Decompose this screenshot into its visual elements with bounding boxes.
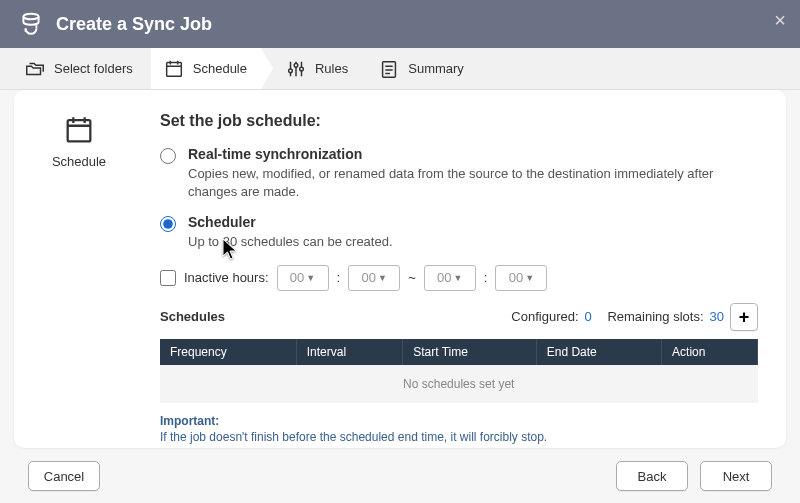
configured-value: 0 <box>585 309 592 324</box>
radio-realtime[interactable] <box>160 148 176 164</box>
next-button[interactable]: Next <box>700 461 772 491</box>
step-label: Summary <box>408 61 464 76</box>
colon: : <box>484 270 488 285</box>
sync-icon <box>18 10 44 39</box>
chevron-down-icon: ▼ <box>454 273 463 283</box>
empty-message: No schedules set yet <box>160 365 758 403</box>
step-select-folders[interactable]: Select folders <box>12 48 151 89</box>
schedules-title: Schedules <box>160 309 225 324</box>
col-interval: Interval <box>296 339 402 365</box>
radio-scheduler[interactable] <box>160 216 176 232</box>
step-label: Select folders <box>54 61 133 76</box>
option-realtime[interactable]: Real-time synchronization Copies new, mo… <box>160 146 758 200</box>
calendar-icon <box>61 112 97 148</box>
time-hh-end[interactable]: 00▼ <box>424 265 476 291</box>
note-title: Important: <box>160 413 758 430</box>
schedules-table: Frequency Interval Start Time End Date A… <box>160 339 758 403</box>
table-row-empty: No schedules set yet <box>160 365 758 403</box>
range-sep: ~ <box>408 270 416 285</box>
calendar-icon <box>163 58 185 80</box>
step-label: Rules <box>315 61 348 76</box>
modal-header: Create a Sync Job × <box>0 0 800 48</box>
step-summary[interactable]: Summary <box>366 48 482 89</box>
svg-point-0 <box>23 13 38 19</box>
modal-title: Create a Sync Job <box>56 14 212 35</box>
step-label: Schedule <box>193 61 247 76</box>
time-mm-end[interactable]: 00▼ <box>495 265 547 291</box>
svg-point-4 <box>300 67 304 71</box>
time-hh-start[interactable]: 00▼ <box>277 265 329 291</box>
schedules-header: Schedules Configured: 0 Remaining slots:… <box>160 303 758 331</box>
sliders-icon <box>285 58 307 80</box>
chevron-down-icon: ▼ <box>306 273 315 283</box>
modal-footer: Cancel Back Next <box>0 449 800 503</box>
add-schedule-button[interactable]: + <box>730 303 758 331</box>
chevron-down-icon: ▼ <box>378 273 387 283</box>
summary-icon <box>378 58 400 80</box>
remaining-label: Remaining slots: <box>607 309 703 324</box>
close-icon[interactable]: × <box>774 10 786 30</box>
wizard-steps: Select folders Schedule Rules Summary <box>0 48 800 90</box>
cancel-button[interactable]: Cancel <box>28 461 100 491</box>
col-frequency: Frequency <box>160 339 296 365</box>
option-desc: Copies new, modified, or renamed data fr… <box>188 165 758 200</box>
svg-point-3 <box>294 63 298 67</box>
step-rules[interactable]: Rules <box>273 48 366 89</box>
svg-point-2 <box>289 69 293 73</box>
col-start-time: Start Time <box>403 339 537 365</box>
section-heading: Set the job schedule: <box>160 112 758 130</box>
step-schedule[interactable]: Schedule <box>151 48 273 89</box>
note-body: If the job doesn't finish before the sch… <box>160 429 758 446</box>
inactive-hours-label: Inactive hours: <box>184 270 269 285</box>
option-desc: Up to 30 schedules can be created. <box>188 233 393 251</box>
chevron-down-icon: ▼ <box>525 273 534 283</box>
remaining-value: 30 <box>710 309 724 324</box>
svg-rect-6 <box>68 120 91 141</box>
back-button[interactable]: Back <box>616 461 688 491</box>
col-end-date: End Date <box>536 339 661 365</box>
important-note: Important: If the job doesn't finish bef… <box>160 413 758 447</box>
inactive-hours-row: Inactive hours: 00▼ : 00▼ ~ 00▼ : 00▼ <box>160 265 758 291</box>
option-scheduler[interactable]: Scheduler Up to 30 schedules can be crea… <box>160 214 758 251</box>
folders-icon <box>24 58 46 80</box>
option-title: Real-time synchronization <box>188 146 758 162</box>
colon: : <box>337 270 341 285</box>
col-action: Action <box>662 339 758 365</box>
content-panel: Set the job schedule: Real-time synchron… <box>144 90 786 448</box>
side-label: Schedule <box>52 154 106 169</box>
main-panel: Schedule Set the job schedule: Real-time… <box>14 90 786 448</box>
option-title: Scheduler <box>188 214 393 230</box>
configured-label: Configured: <box>511 309 578 324</box>
time-mm-start[interactable]: 00▼ <box>348 265 400 291</box>
svg-rect-1 <box>166 62 181 76</box>
side-panel: Schedule <box>14 90 144 448</box>
checkbox-inactive-hours[interactable] <box>160 270 176 286</box>
